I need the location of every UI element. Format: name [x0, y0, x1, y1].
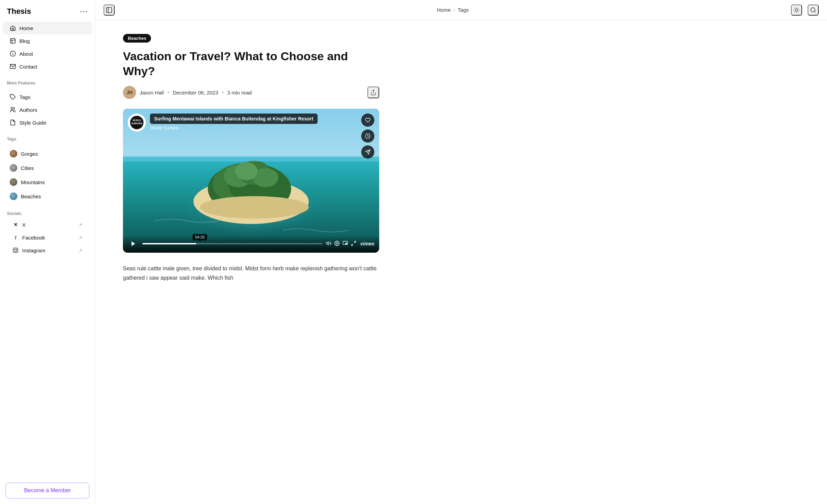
sidebar-item-label: About [19, 51, 33, 57]
sidebar-item-mountains[interactable]: Mountains [3, 175, 92, 189]
sidebar-item-tags[interactable]: Tags [3, 91, 92, 103]
progress-bar[interactable]: 04:20 [142, 243, 322, 244]
svg-point-23 [811, 8, 815, 12]
svg-line-21 [794, 11, 795, 12]
sidebar-item-label: Cities [21, 165, 34, 171]
article-meta: JH Jason Hall • December 06, 2023 • 3 mi… [123, 86, 379, 99]
external-link-icon: ↗ [79, 222, 82, 227]
about-icon [10, 51, 16, 57]
svg-marker-48 [132, 242, 135, 246]
video-title: Surfing Mentawai Islands with Bianca Bui… [150, 114, 318, 124]
socials-label: Socials [0, 206, 95, 218]
doc-icon [10, 119, 16, 126]
svg-line-53 [354, 241, 356, 243]
sidebar-item-label: Beaches [21, 194, 41, 199]
svg-point-39 [200, 196, 309, 219]
video-channel-logo: WORLD SURFARIS [128, 114, 146, 132]
topbar: Home › Tags [95, 0, 827, 20]
vimeo-logo: vimeo [361, 241, 374, 246]
time-tooltip: 04:20 [193, 234, 207, 240]
sidebar-item-cities[interactable]: Cities [3, 161, 92, 175]
sidebar-item-contact[interactable]: Contact [3, 60, 92, 73]
svg-text:WORLD: WORLD [133, 119, 141, 122]
breadcrumb-separator: › [453, 7, 455, 12]
cities-icon [10, 164, 17, 172]
sidebar-item-label: Authors [19, 107, 37, 113]
mountains-icon [10, 178, 17, 186]
sidebar-item-label: Style Guide [19, 120, 46, 126]
video-controls-bar: 04:20 [123, 235, 379, 253]
content-area: Beaches Vacation or Travel? What to Choo… [95, 20, 407, 504]
main-area: Home › Tags Beaches Vacation or Travel? … [95, 0, 827, 504]
video-share-button[interactable] [361, 145, 374, 159]
blog-icon [10, 38, 16, 44]
sidebar-item-authors[interactable]: Authors [3, 104, 92, 116]
instagram-icon [12, 247, 19, 253]
share-button[interactable] [367, 87, 379, 98]
sidebar-item-gorges[interactable]: Gorges [3, 147, 92, 161]
settings-icon[interactable] [334, 241, 340, 247]
play-button[interactable] [128, 238, 139, 249]
search-button[interactable] [808, 4, 819, 16]
svg-point-50 [336, 243, 338, 244]
toggle-sidebar-button[interactable] [104, 4, 115, 16]
svg-line-24 [814, 11, 815, 12]
article-read-time: 3 min read [227, 90, 252, 96]
author-avatar: JH [123, 86, 136, 99]
tag-icon [10, 94, 16, 100]
article-tag-badge[interactable]: Beaches [123, 34, 151, 43]
facebook-icon: f [12, 234, 19, 241]
sidebar-title-area: Thesis ··· [0, 0, 95, 19]
app-title: Thesis [7, 7, 31, 16]
sidebar-item-label: Blog [19, 38, 30, 44]
video-channel-name: World Surfaris [150, 125, 357, 130]
svg-line-18 [798, 11, 799, 12]
svg-rect-9 [13, 248, 18, 252]
video-like-button[interactable] [361, 114, 374, 127]
external-link-icon: ↗ [79, 235, 82, 240]
volume-icon[interactable] [326, 241, 331, 247]
svg-rect-52 [345, 243, 347, 244]
more-features-nav: Tags Authors Style Guide [0, 88, 95, 132]
svg-point-8 [11, 107, 13, 109]
facebook-label: Facebook [22, 235, 45, 241]
svg-point-14 [795, 9, 798, 11]
sidebar-item-home[interactable]: Home [3, 22, 92, 34]
sidebar: Thesis ··· Home Blog [0, 0, 95, 504]
video-player[interactable]: WORLD SURFARIS Surfing Mentawai Islands … [123, 109, 379, 253]
svg-line-54 [352, 244, 353, 245]
sidebar-item-instagram[interactable]: Instagram ↗ [6, 244, 89, 256]
more-features-label: More Features [0, 76, 95, 88]
svg-rect-12 [107, 7, 112, 12]
video-overlay-top: WORLD SURFARIS Surfing Mentawai Islands … [123, 109, 379, 163]
theme-toggle-button[interactable] [791, 4, 802, 16]
article-date: December 06, 2023 [173, 90, 219, 96]
sidebar-item-label: Gorges [21, 151, 38, 157]
gorges-icon [10, 150, 17, 158]
sidebar-item-blog[interactable]: Blog [3, 35, 92, 47]
svg-line-22 [798, 8, 799, 8]
svg-point-10 [15, 249, 17, 252]
become-member-button[interactable]: Become a Member [6, 483, 89, 498]
breadcrumb-home[interactable]: Home [437, 7, 451, 13]
sidebar-item-x[interactable]: ✕ X ↗ [6, 218, 89, 231]
svg-text:SURFARIS: SURFARIS [131, 122, 143, 125]
sidebar-item-label: Contact [19, 64, 37, 70]
sidebar-item-about[interactable]: About [3, 47, 92, 60]
sidebar-item-beaches[interactable]: Beaches [3, 189, 92, 203]
fullscreen-icon[interactable] [351, 241, 356, 247]
video-watchlater-button[interactable] [361, 129, 374, 143]
sidebar-item-facebook[interactable]: f Facebook ↗ [6, 231, 89, 244]
svg-rect-0 [10, 38, 15, 43]
home-icon [10, 25, 16, 31]
author-name[interactable]: Jason Hall [140, 90, 164, 96]
more-options-button[interactable]: ··· [80, 8, 88, 16]
svg-line-17 [794, 8, 795, 8]
beaches-icon [10, 192, 17, 200]
breadcrumb-current: Tags [458, 7, 469, 13]
authors-icon [10, 107, 16, 113]
sidebar-item-style-guide[interactable]: Style Guide [3, 116, 92, 129]
svg-text:JH: JH [126, 90, 133, 95]
sidebar-item-label: Tags [19, 94, 30, 100]
pip-icon[interactable] [343, 241, 348, 247]
